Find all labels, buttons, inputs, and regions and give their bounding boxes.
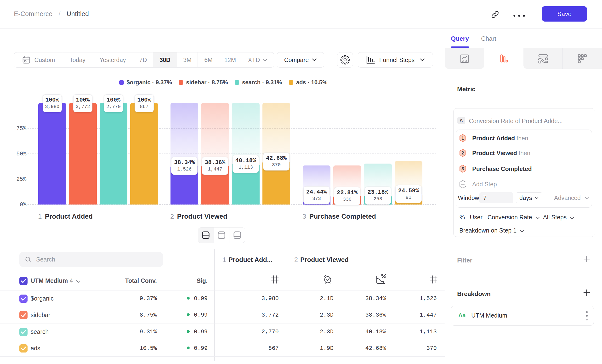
svg-text:3: 3 xyxy=(462,166,464,171)
svg-text:2: 2 xyxy=(462,150,464,155)
svg-text:1: 1 xyxy=(462,136,464,140)
